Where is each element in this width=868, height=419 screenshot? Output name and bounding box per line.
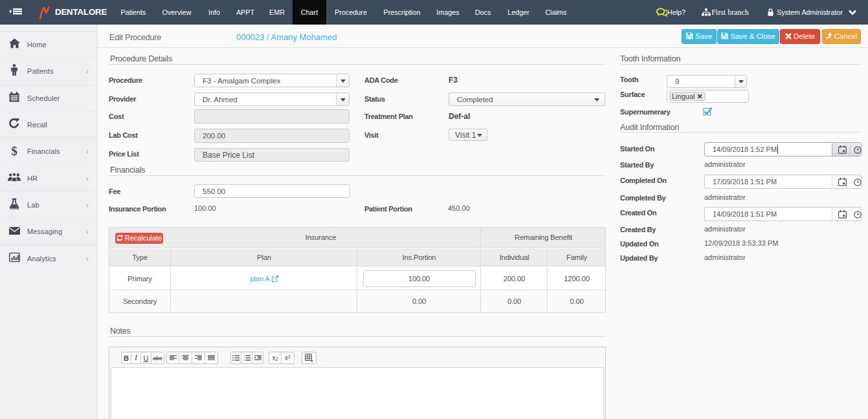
- svg-text:1: 1: [243, 355, 245, 358]
- svg-text:2: 2: [243, 358, 245, 361]
